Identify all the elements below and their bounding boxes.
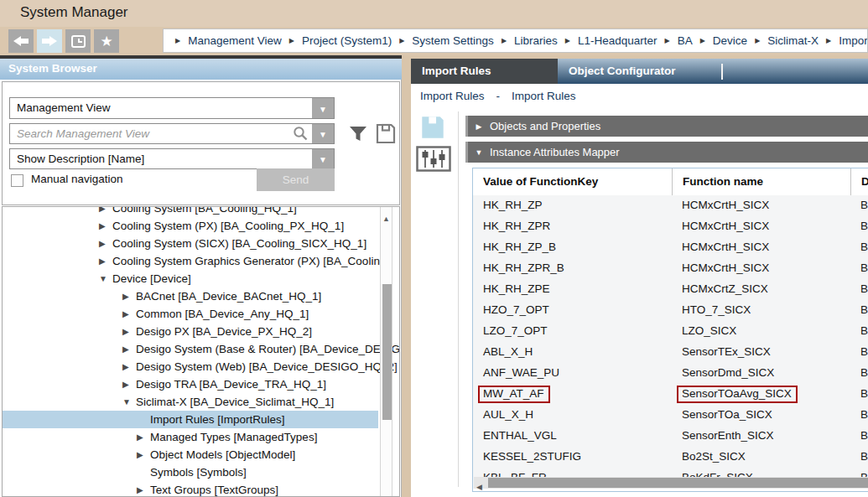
workspace-breadcrumb-secondary[interactable]: Import Rules	[512, 90, 576, 102]
table-row[interactable]: HZO_7_OPTHTO_7_SICXBu	[473, 300, 868, 321]
tree-expand-icon[interactable]	[137, 450, 150, 459]
tree-item[interactable]: Siclimat-X [BA_Device_Siclimat_HQ_1]	[3, 393, 378, 411]
tree-expand-icon[interactable]	[99, 256, 112, 266]
tree-item[interactable]: Object Models [ObjectModel]	[3, 446, 378, 463]
table-row[interactable]: MW_AT_AFSensorTOaAvg_SICXBu	[473, 384, 868, 405]
tree-expand-icon[interactable]	[99, 206, 112, 213]
tree-expand-icon[interactable]	[122, 362, 136, 371]
tree-item[interactable]: Device [Device]	[3, 270, 378, 287]
tree-item[interactable]: Cooling System [BA_Cooling_HQ_1]	[3, 206, 378, 217]
section-objects-and-properties[interactable]: Objects and Properties	[465, 116, 868, 137]
tree-item[interactable]: Managed Types [ManagedTypes]	[3, 428, 378, 446]
breadcrumb-item[interactable]: BA	[665, 34, 693, 47]
breadcrumb-item[interactable]: L1-Headquarter	[565, 34, 657, 47]
scroll-up-icon[interactable]	[382, 210, 390, 225]
tree-scrollbar-thumb[interactable]	[382, 284, 392, 420]
table-cell: AUL_X_H	[473, 405, 672, 426]
search-options-chevron-icon[interactable]	[312, 124, 334, 143]
table-cell: Bu	[850, 384, 868, 405]
tree-expand-icon[interactable]	[122, 327, 136, 336]
tree-expand-icon[interactable]	[122, 309, 136, 318]
table-row[interactable]: HK_RH_ZPHCMxCrtH_SICXBu	[473, 195, 868, 216]
horizontal-scrollbar-thumb[interactable]	[488, 478, 868, 488]
description-selector-value: Show Description [Name]	[17, 153, 144, 165]
breadcrumb-item[interactable]: System Settings	[399, 34, 494, 47]
tree-expand-icon[interactable]	[122, 292, 136, 301]
back-button[interactable]	[8, 29, 34, 53]
search-icon[interactable]	[293, 126, 309, 145]
breadcrumb-item[interactable]: Project (System1)	[289, 34, 392, 47]
tree-scrollbar[interactable]	[380, 207, 392, 496]
column-header[interactable]: Value of FunctionKey	[473, 168, 672, 195]
tree-expand-icon[interactable]	[99, 221, 112, 230]
breadcrumb-item-label: Device	[713, 34, 747, 47]
tab-import-rules[interactable]: Import Rules	[411, 59, 558, 84]
breadcrumb-item[interactable]: Import Rules	[826, 34, 868, 47]
tree-expand-icon[interactable]	[137, 432, 150, 442]
search-input[interactable]	[10, 124, 292, 143]
section-expand-icon[interactable]	[468, 122, 490, 131]
table-cell: HK_RH_ZP	[473, 195, 672, 216]
table-row[interactable]: LZO_7_OPTLZO_SICXBu	[473, 321, 868, 342]
tree-item-selected[interactable]: Import Rules [ImportRules]	[3, 411, 378, 428]
tree-item[interactable]: BACnet [BA_Device_BACnet_HQ_1]	[3, 287, 378, 305]
section-instance-attributes-mapper[interactable]: Instance Attributes Mapper	[465, 142, 868, 163]
history-button[interactable]	[65, 29, 91, 53]
breadcrumb-item[interactable]: Siclimat-X	[755, 34, 819, 47]
save-search-floppy-icon[interactable]	[375, 122, 397, 148]
tree-item[interactable]: Common [BA_Device_Any_HQ_1]	[3, 305, 378, 323]
table-row[interactable]: ENTHAL_VGLSensorEnth_SICXBu	[473, 426, 868, 447]
tree-expand-icon[interactable]	[122, 380, 136, 389]
tree-item[interactable]: Desigo System (Web) [BA_Device_DESIGO_HQ…	[3, 358, 378, 375]
view-selector[interactable]: Management View	[9, 97, 335, 119]
breadcrumb-item[interactable]: Device	[700, 34, 747, 47]
tree-item[interactable]: Cooling System Graphics Generator (PX) […	[3, 252, 378, 270]
table-row[interactable]: HK_RH_ZPR_BHCMxCrtH_SICXBu	[473, 258, 868, 279]
table-row[interactable]: KESSEL_2STUFIGBo2St_SICXBu	[473, 447, 868, 468]
tree-item-label: Cooling System (SICX) [BA_Cooling_SICX_H…	[112, 237, 366, 250]
table-cell: Bu	[850, 195, 868, 216]
tree-item[interactable]: Cooling System (PX) [BA_Cooling_PX_HQ_1]	[3, 217, 378, 235]
manual-navigation-checkbox[interactable]	[11, 174, 23, 187]
tab-object-configurator[interactable]: Object Configurator	[558, 59, 721, 84]
table-horizontal-scrollbar[interactable]	[474, 477, 868, 489]
tree-item[interactable]: Desigo TRA [BA_Device_TRA_HQ_1]	[3, 375, 378, 393]
tree-item[interactable]: Desigo PX [BA_Device_PX_HQ_2]	[3, 323, 378, 340]
tree-expand-icon[interactable]	[99, 274, 112, 283]
send-button[interactable]: Send	[257, 168, 335, 191]
tree-expand-icon[interactable]	[137, 485, 150, 494]
filter-funnel-icon[interactable]	[348, 124, 368, 148]
description-selector[interactable]: Show Description [Name]	[9, 148, 335, 169]
column-header[interactable]: Function name	[672, 168, 850, 195]
breadcrumb-item[interactable]: Management View	[175, 34, 282, 47]
workspace-breadcrumb-primary[interactable]: Import Rules	[420, 90, 485, 102]
section-expand-icon[interactable]	[468, 148, 490, 157]
tree-item[interactable]: Text Groups [TextGroups]	[3, 481, 378, 497]
tree-item[interactable]: Symbols [Symbols]	[3, 463, 378, 481]
table-row[interactable]: AUL_X_HSensorTOa_SICXBu	[473, 405, 868, 426]
tree-item[interactable]: Cooling System (SICX) [BA_Cooling_SICX_H…	[3, 235, 378, 252]
tree-expand-icon[interactable]	[122, 344, 136, 354]
chevron-down-icon[interactable]	[312, 149, 334, 168]
table-row[interactable]: ANF_WAE_PUSensorDmd_SICXBu	[473, 363, 868, 384]
tree-item-label: Desigo TRA [BA_Device_TRA_HQ_1]	[136, 378, 326, 391]
breadcrumb-item[interactable]: Libraries	[502, 34, 558, 47]
tree-expand-icon[interactable]	[122, 397, 136, 406]
scroll-left-icon[interactable]	[476, 478, 482, 492]
column-header[interactable]: D	[850, 168, 868, 195]
tree-item-label: Import Rules [ImportRules]	[150, 413, 285, 426]
tree-item[interactable]: Desigo System (Base & Router) [BA_Device…	[3, 340, 378, 358]
table-row[interactable]: HK_RH_ZP_BHCMxCrtH_SICXBu	[473, 237, 868, 258]
table-cell: Bo2St_SICX	[672, 447, 850, 468]
table-row[interactable]: ABL_X_HSensorTEx_SICXBu	[473, 342, 868, 363]
chevron-down-icon[interactable]	[312, 98, 334, 118]
forward-button[interactable]	[37, 29, 62, 53]
panel-splitter[interactable]	[402, 55, 411, 497]
table-row[interactable]: HK_RH_ZPEHCMxCrtZ_SICXBu	[473, 279, 868, 300]
table-row[interactable]: HK_RH_ZPRHCMxCrtH_SICXBu	[473, 216, 868, 237]
tree-expand-icon[interactable]	[99, 239, 112, 248]
favorites-button[interactable]	[94, 29, 119, 53]
table-cell: ABL_X_H	[473, 342, 672, 363]
save-floppy-icon-disabled[interactable]	[420, 115, 445, 143]
sliders-settings-icon[interactable]	[416, 146, 451, 175]
